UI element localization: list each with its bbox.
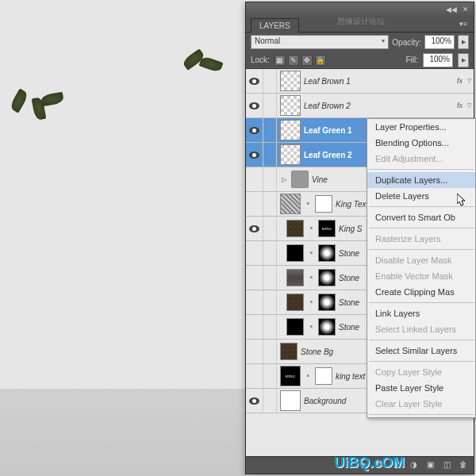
visibility-toggle[interactable] bbox=[246, 315, 263, 339]
layer-thumbnail[interactable] bbox=[280, 343, 298, 360]
layer-thumbnail[interactable] bbox=[286, 244, 304, 262]
fill-input[interactable]: 100% bbox=[423, 53, 453, 67]
visibility-toggle[interactable] bbox=[246, 389, 263, 413]
link-column[interactable] bbox=[263, 167, 277, 191]
menu-item[interactable]: Select Similar Layers bbox=[367, 343, 475, 359]
mask-link-icon[interactable]: ⚬ bbox=[307, 250, 315, 257]
menu-item[interactable]: Blending Options... bbox=[367, 135, 475, 151]
visibility-toggle[interactable] bbox=[246, 364, 263, 388]
mask-link-icon[interactable]: ⚬ bbox=[307, 299, 315, 306]
visibility-toggle[interactable] bbox=[246, 94, 263, 117]
panel-menu-icon[interactable]: ▾≡ bbox=[458, 20, 469, 29]
layer-thumbnail[interactable]: KING bbox=[280, 366, 301, 386]
mask-thumbnail[interactable] bbox=[315, 367, 332, 385]
lock-pixels-icon[interactable]: ✎ bbox=[288, 55, 299, 66]
opacity-input[interactable]: 100% bbox=[424, 35, 455, 49]
fx-expand-icon[interactable]: ▽ bbox=[464, 102, 474, 109]
visibility-toggle[interactable] bbox=[246, 290, 263, 314]
mask-thumbnail[interactable] bbox=[318, 244, 336, 262]
fx-badge[interactable]: fx bbox=[457, 102, 463, 109]
layer-row[interactable]: Leaf Brown 1fx▽ bbox=[246, 69, 474, 94]
adjustment-layer-icon[interactable]: ◑ bbox=[408, 460, 419, 471]
link-column[interactable] bbox=[263, 69, 277, 93]
eye-icon bbox=[249, 127, 259, 134]
layer-name[interactable]: Leaf Brown 2 bbox=[304, 102, 457, 110]
expand-icon[interactable]: ▷ bbox=[279, 176, 288, 183]
tab-layers[interactable]: LAYERS bbox=[251, 18, 299, 33]
mask-thumbnail[interactable] bbox=[318, 318, 336, 336]
layer-row[interactable]: Leaf Brown 2fx▽ bbox=[246, 94, 474, 118]
visibility-toggle[interactable] bbox=[246, 217, 263, 240]
layer-thumbnail[interactable] bbox=[286, 318, 304, 336]
mask-thumbnail[interactable] bbox=[318, 294, 336, 311]
layer-thumbnail[interactable] bbox=[286, 294, 304, 311]
menu-item[interactable]: Duplicate Layers... bbox=[367, 172, 475, 188]
menu-item[interactable]: Convert to Smart Ob bbox=[367, 209, 475, 225]
link-column[interactable] bbox=[263, 217, 277, 240]
visibility-toggle[interactable] bbox=[246, 167, 263, 191]
visibility-toggle[interactable] bbox=[246, 118, 263, 142]
link-column[interactable] bbox=[263, 143, 277, 167]
link-column[interactable] bbox=[263, 241, 277, 265]
fx-badge[interactable]: fx bbox=[457, 77, 463, 85]
layer-thumbnail[interactable] bbox=[280, 95, 301, 116]
leaf-decoration bbox=[40, 92, 64, 107]
layer-thumbnail[interactable] bbox=[286, 269, 304, 286]
new-layer-icon[interactable]: ◫ bbox=[441, 460, 452, 471]
menu-separator bbox=[369, 414, 474, 415]
mask-thumbnail[interactable]: KING bbox=[318, 220, 336, 237]
visibility-toggle[interactable] bbox=[246, 340, 263, 363]
mask-link-icon[interactable]: ⚬ bbox=[304, 373, 312, 380]
mask-thumbnail[interactable] bbox=[318, 269, 336, 286]
layer-thumbnail[interactable] bbox=[280, 71, 301, 91]
link-column[interactable] bbox=[263, 315, 277, 339]
lock-transparency-icon[interactable]: ▦ bbox=[274, 55, 286, 66]
visibility-toggle[interactable] bbox=[246, 69, 263, 93]
layer-thumbnail[interactable] bbox=[280, 144, 301, 165]
mask-link-icon[interactable]: ⚬ bbox=[307, 225, 315, 232]
layer-thumbnail[interactable] bbox=[286, 220, 304, 237]
menu-item[interactable]: Delete Layers bbox=[367, 188, 475, 204]
menu-item[interactable]: Paste Layer Style bbox=[367, 380, 475, 396]
visibility-toggle[interactable] bbox=[246, 192, 263, 216]
layer-name[interactable]: Leaf Brown 1 bbox=[304, 77, 457, 86]
menu-item: Edit Adjustment... bbox=[367, 151, 475, 167]
fill-arrow-icon[interactable]: ▶ bbox=[458, 53, 469, 67]
visibility-toggle[interactable] bbox=[246, 143, 263, 167]
link-column[interactable] bbox=[263, 389, 277, 413]
menu-item[interactable]: Layer Properties... bbox=[367, 119, 475, 135]
menu-item: Enable Vector Mask bbox=[367, 268, 475, 284]
link-column[interactable] bbox=[263, 340, 277, 363]
link-column[interactable] bbox=[263, 290, 277, 314]
blend-mode-select[interactable]: Normal bbox=[251, 35, 389, 49]
link-column[interactable] bbox=[263, 94, 277, 117]
layer-thumbnail[interactable] bbox=[280, 194, 301, 214]
menu-item[interactable]: Link Layers bbox=[367, 305, 475, 321]
layer-group-icon[interactable]: ▣ bbox=[424, 460, 436, 471]
lock-all-icon[interactable]: 🔒 bbox=[315, 55, 326, 66]
close-icon[interactable]: ✕ bbox=[461, 5, 470, 14]
layer-thumbnail[interactable] bbox=[280, 120, 301, 140]
menu-item: Disable Layer Mask bbox=[367, 252, 475, 268]
visibility-toggle[interactable] bbox=[246, 241, 263, 265]
link-column[interactable] bbox=[263, 192, 277, 216]
opacity-arrow-icon[interactable]: ▶ bbox=[458, 35, 469, 49]
layer-thumbnail[interactable] bbox=[280, 390, 301, 411]
delete-layer-icon[interactable]: 🗑 bbox=[458, 460, 469, 471]
link-column[interactable] bbox=[263, 118, 277, 142]
mask-link-icon[interactable]: ⚬ bbox=[304, 201, 312, 208]
eye-icon bbox=[249, 397, 259, 405]
link-column[interactable] bbox=[263, 266, 277, 290]
eye-icon bbox=[249, 152, 259, 159]
lock-position-icon[interactable]: ✥ bbox=[301, 55, 313, 66]
fx-expand-icon[interactable]: ▽ bbox=[464, 78, 474, 84]
mask-link-icon[interactable]: ⚬ bbox=[307, 324, 315, 331]
mask-link-icon[interactable]: ⚬ bbox=[307, 274, 315, 282]
layer-context-menu[interactable]: Layer Properties...Blending Options...Ed… bbox=[367, 118, 476, 418]
menu-item[interactable]: Create Clipping Mas bbox=[367, 284, 475, 300]
panel-titlebar[interactable]: ◀◀ ✕ bbox=[246, 2, 474, 17]
visibility-toggle[interactable] bbox=[246, 266, 263, 290]
link-column[interactable] bbox=[263, 364, 277, 388]
collapse-icon[interactable]: ◀◀ bbox=[447, 5, 456, 14]
mask-thumbnail[interactable] bbox=[315, 195, 332, 213]
